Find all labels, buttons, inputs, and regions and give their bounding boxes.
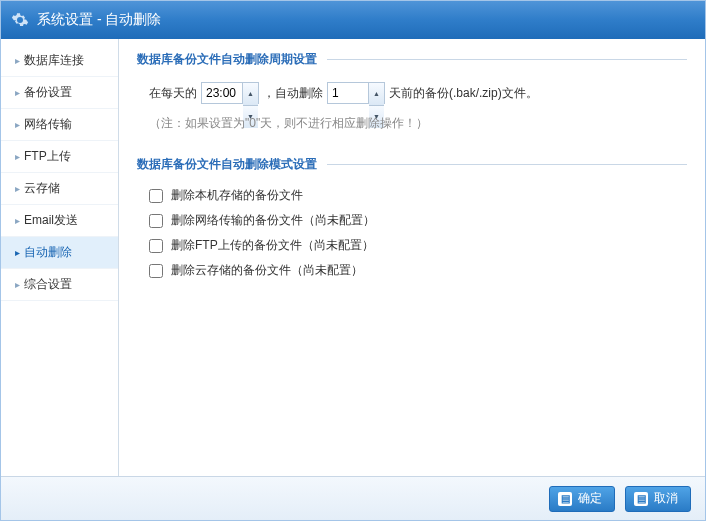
- spin-up-icon[interactable]: ▲: [243, 83, 258, 106]
- spin-up-icon[interactable]: ▲: [369, 83, 384, 106]
- label-prefix: 在每天的: [149, 82, 197, 104]
- footer: ▤ 确定 ▤ 取消: [1, 476, 705, 520]
- chevron-right-icon: ▸: [15, 55, 20, 66]
- sidebar-item-label: 自动删除: [24, 244, 72, 261]
- chevron-right-icon: ▸: [15, 151, 20, 162]
- sidebar-item-email-send[interactable]: ▸Email发送: [1, 205, 118, 237]
- option-delete-local[interactable]: 删除本机存储的备份文件: [137, 183, 687, 208]
- time-input[interactable]: [202, 83, 242, 103]
- option-label: 删除云存储的备份文件（尚未配置）: [171, 262, 363, 279]
- checkbox[interactable]: [149, 264, 163, 278]
- section-legend-row: 数据库备份文件自动删除模式设置: [137, 156, 687, 173]
- sidebar-item-network-transfer[interactable]: ▸网络传输: [1, 109, 118, 141]
- checkbox[interactable]: [149, 239, 163, 253]
- time-spinner[interactable]: ▲ ▼: [201, 82, 259, 104]
- period-row: 在每天的 ▲ ▼ ，自动删除 ▲ ▼: [137, 78, 687, 108]
- divider: [327, 59, 687, 60]
- chevron-right-icon: ▸: [15, 247, 20, 258]
- sidebar-item-label: Email发送: [24, 212, 78, 229]
- button-label: 确定: [578, 490, 602, 507]
- section-period: 数据库备份文件自动删除周期设置 在每天的 ▲ ▼ ，自动删除: [137, 51, 687, 138]
- spin-buttons: ▲ ▼: [368, 83, 384, 103]
- option-label: 删除网络传输的备份文件（尚未配置）: [171, 212, 375, 229]
- window-title: 系统设置 - 自动删除: [37, 11, 161, 29]
- divider: [327, 164, 687, 165]
- ok-button[interactable]: ▤ 确定: [549, 486, 615, 512]
- cancel-icon: ▤: [634, 492, 648, 506]
- sidebar-item-auto-delete[interactable]: ▸自动删除: [1, 237, 118, 269]
- sidebar-item-backup-settings[interactable]: ▸备份设置: [1, 77, 118, 109]
- sidebar-item-general-settings[interactable]: ▸综合设置: [1, 269, 118, 301]
- sidebar-item-label: 备份设置: [24, 84, 72, 101]
- option-label: 删除FTP上传的备份文件（尚未配置）: [171, 237, 374, 254]
- settings-window: 系统设置 - 自动删除 ▸数据库连接 ▸备份设置 ▸网络传输 ▸FTP上传 ▸云…: [0, 0, 706, 521]
- section-mode: 数据库备份文件自动删除模式设置 删除本机存储的备份文件 删除网络传输的备份文件（…: [137, 156, 687, 283]
- label-mid: ，自动删除: [263, 82, 323, 104]
- button-label: 取消: [654, 490, 678, 507]
- chevron-right-icon: ▸: [15, 87, 20, 98]
- note-text: （注：如果设置为"0"天，则不进行相应删除操作！）: [137, 108, 687, 138]
- gear-icon: [11, 11, 29, 29]
- save-icon: ▤: [558, 492, 572, 506]
- checkbox[interactable]: [149, 214, 163, 228]
- section-legend: 数据库备份文件自动删除周期设置: [137, 51, 327, 68]
- section-legend-row: 数据库备份文件自动删除周期设置: [137, 51, 687, 68]
- spin-buttons: ▲ ▼: [242, 83, 258, 103]
- chevron-right-icon: ▸: [15, 215, 20, 226]
- option-delete-ftp[interactable]: 删除FTP上传的备份文件（尚未配置）: [137, 233, 687, 258]
- sidebar-item-label: FTP上传: [24, 148, 71, 165]
- sidebar-item-db-connection[interactable]: ▸数据库连接: [1, 45, 118, 77]
- days-input[interactable]: [328, 83, 368, 103]
- section-legend: 数据库备份文件自动删除模式设置: [137, 156, 327, 173]
- sidebar-item-cloud-storage[interactable]: ▸云存储: [1, 173, 118, 205]
- label-suffix: 天前的备份(.bak/.zip)文件。: [389, 82, 538, 104]
- sidebar: ▸数据库连接 ▸备份设置 ▸网络传输 ▸FTP上传 ▸云存储 ▸Email发送 …: [1, 39, 119, 476]
- cancel-button[interactable]: ▤ 取消: [625, 486, 691, 512]
- sidebar-item-ftp-upload[interactable]: ▸FTP上传: [1, 141, 118, 173]
- content: 数据库备份文件自动删除周期设置 在每天的 ▲ ▼ ，自动删除: [119, 39, 705, 476]
- option-delete-network[interactable]: 删除网络传输的备份文件（尚未配置）: [137, 208, 687, 233]
- sidebar-item-label: 网络传输: [24, 116, 72, 133]
- body: ▸数据库连接 ▸备份设置 ▸网络传输 ▸FTP上传 ▸云存储 ▸Email发送 …: [1, 39, 705, 476]
- titlebar: 系统设置 - 自动删除: [1, 1, 705, 39]
- chevron-right-icon: ▸: [15, 183, 20, 194]
- chevron-right-icon: ▸: [15, 119, 20, 130]
- option-delete-cloud[interactable]: 删除云存储的备份文件（尚未配置）: [137, 258, 687, 283]
- days-spinner[interactable]: ▲ ▼: [327, 82, 385, 104]
- sidebar-item-label: 数据库连接: [24, 52, 84, 69]
- sidebar-item-label: 综合设置: [24, 276, 72, 293]
- chevron-right-icon: ▸: [15, 279, 20, 290]
- sidebar-item-label: 云存储: [24, 180, 60, 197]
- option-label: 删除本机存储的备份文件: [171, 187, 303, 204]
- checkbox[interactable]: [149, 189, 163, 203]
